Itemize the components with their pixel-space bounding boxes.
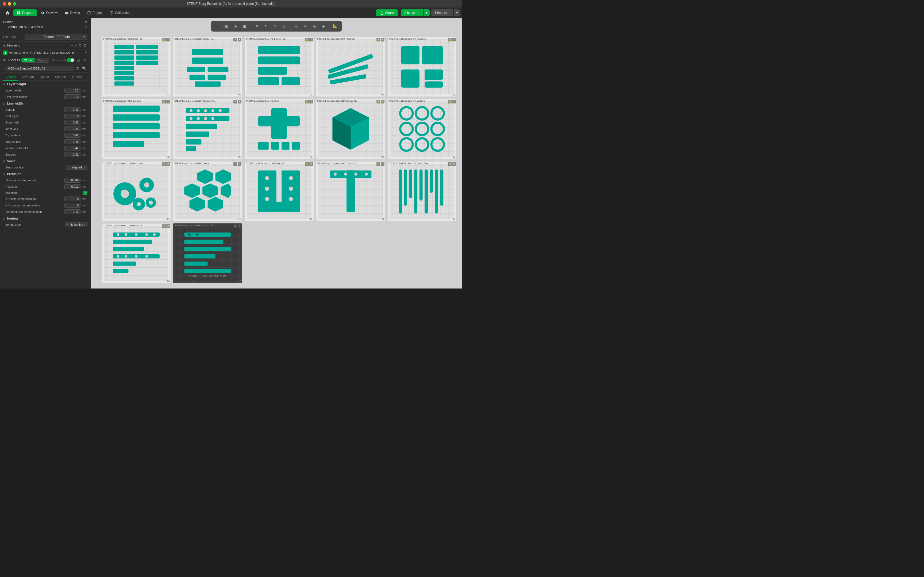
plate-09-label: STEMFIE.org Essentials (09) Storage Di..… (317, 100, 379, 102)
home-button[interactable] (2, 10, 13, 16)
lw-support-input[interactable] (64, 152, 80, 157)
maximize-button[interactable] (13, 2, 16, 6)
plate-16[interactable]: STEMFIE.org Essentials (16) Braces - Sl.… (101, 223, 171, 283)
settings-scroll[interactable]: ⊟ Layer height Layer height mm First lay… (0, 81, 91, 288)
prepare-tab[interactable]: Prepare (13, 10, 37, 16)
toolbar-layout-btn[interactable]: ▦ (241, 22, 249, 31)
xy-hole-input[interactable] (64, 197, 80, 201)
toolbar-seam-btn[interactable]: ◈ (319, 22, 328, 31)
ironing-type-label: Ironing type (5, 223, 64, 226)
plate-14-label: STEMFIE.org Essentials (14) T-shaped D..… (317, 162, 379, 164)
print-caret-button[interactable]: ▾ (454, 10, 460, 16)
plate-06[interactable]: STEMFIE.org Essentials (06) Fasteners 🔒 … (101, 99, 171, 159)
plate-02[interactable]: STEMFIE.org Essentials (02) Braces - A..… (173, 37, 242, 97)
toolbar-cube-btn[interactable]: ⬛ (213, 22, 222, 31)
toolbar-grid-btn[interactable]: ⊞ (222, 22, 231, 31)
titlebar: STEMFIE.org Essentials (All-in-one multi… (0, 0, 462, 8)
profile-search-button[interactable]: 🔍 (81, 66, 87, 71)
lw-outerwall-input[interactable] (64, 120, 80, 125)
ironing-type-select[interactable]: ~ No ironing ▾ (65, 222, 87, 227)
filament-remove-button[interactable]: − (74, 44, 77, 48)
lw-firstlayer-input[interactable] (64, 114, 80, 118)
lw-topsurface-label: Top surface (5, 134, 63, 137)
lw-internalsolid-input[interactable] (64, 146, 80, 150)
arc-fitting-checkbox[interactable] (83, 191, 87, 195)
lw-innerwall-input[interactable] (64, 126, 80, 131)
filament-template-button[interactable]: ⊡ (77, 44, 82, 48)
toolbar-cut-btn[interactable]: ✂ (301, 22, 310, 31)
plate-03[interactable]: STEMFIE.org Essentials (03) Braces - St.… (245, 37, 314, 97)
advanced-toggle[interactable] (67, 58, 74, 62)
layer-height-input[interactable] (64, 88, 80, 93)
plate-15[interactable]: STEMFIE.org Essentials (15) Spring Pins … (387, 161, 457, 221)
canvas-area[interactable]: ⬛ ⊞ A ▦ ✥ ↻ ⤡ ◇ ⊹ ✂ ⊘ ◈ 📐 STEMFIE.org Es… (91, 18, 462, 288)
plate-15-label: STEMFIE.org Essentials (15) Spring Pins (389, 162, 451, 164)
resolution-input[interactable] (64, 184, 80, 189)
toolbar-scale-btn[interactable]: ⤡ (271, 22, 279, 31)
tab-others[interactable]: Others (69, 74, 84, 81)
toolbar-select-btn[interactable]: ⊹ (292, 22, 301, 31)
plate-09[interactable]: STEMFIE.org Essentials (09) Storage Di..… (316, 99, 385, 159)
first-layer-height-input[interactable] (64, 94, 80, 99)
filament-settings-button[interactable]: ⚙ (82, 44, 87, 48)
profile-save-button[interactable]: ⊡ (76, 66, 80, 71)
tab-quality[interactable]: Quality (3, 74, 18, 81)
plate-17[interactable]: STEMFIE.org Essentials (17) Braces - Sl.… (173, 223, 242, 283)
print-button[interactable]: Print plate (431, 10, 453, 16)
svg-rect-3 (19, 13, 20, 14)
share-button[interactable]: Share (376, 10, 398, 16)
calibration-tab[interactable]: Calibration (106, 10, 134, 16)
close-button[interactable] (3, 2, 6, 6)
plate-05[interactable]: STEMFIE.org Essentials (05) Fasteners 🔒 … (387, 37, 457, 97)
project-tab[interactable]: Project (84, 10, 106, 16)
svg-point-132 (145, 255, 148, 258)
toolbar-auto-btn[interactable]: A (232, 22, 240, 31)
process-settings-button[interactable]: ⚙ (82, 58, 87, 62)
svg-rect-61 (186, 139, 201, 144)
svg-rect-113 (409, 169, 412, 198)
plate-04[interactable]: STEMFIE.org Essentials (04) Fasteners 🔒 … (316, 37, 385, 97)
elephant-foot-input[interactable] (64, 210, 80, 214)
lw-default-input[interactable] (64, 107, 80, 112)
plate-13[interactable]: STEMFIE.org Essentials (13) U-shaped B..… (245, 161, 314, 221)
process-tab-global[interactable]: Global (22, 58, 34, 62)
profile-select[interactable]: 0.20mm Standard @BBL A1 (6, 66, 74, 71)
toolbar-place-btn[interactable]: ◇ (280, 22, 288, 31)
minimize-button[interactable] (8, 2, 11, 6)
process-tab-objects[interactable]: Objects (34, 58, 49, 62)
printer-settings-icon[interactable]: ⚙ (84, 20, 87, 24)
plate-type-select[interactable]: ~ Textured PEI Plate ▾ (24, 34, 87, 40)
plate-01[interactable]: STEMFIE.org Essentials (01) Beams - Sl..… (101, 37, 171, 97)
printer-edit-icon[interactable]: ✎ (85, 25, 87, 29)
toolbar-rotate-btn[interactable]: ↻ (262, 22, 270, 31)
tab-speed[interactable]: Speed (37, 74, 52, 81)
xy-contour-input[interactable] (64, 203, 80, 208)
slice-gap-input[interactable] (64, 178, 80, 183)
process-save-button[interactable]: ⊡ (76, 58, 81, 62)
lw-topsurface-input[interactable] (64, 133, 80, 138)
lw-sparseinfill-input[interactable] (64, 139, 80, 144)
preview-tab[interactable]: Preview (37, 10, 61, 16)
toolbar-measure-btn[interactable]: 📐 (331, 22, 340, 31)
slice-button[interactable]: Slice plate (401, 10, 423, 16)
plate-11[interactable]: STEMFIE.org Essentials (11) Wheels and..… (101, 161, 171, 221)
tab-strength[interactable]: Strength (19, 74, 36, 81)
filament-edit-icon[interactable]: ✎ (85, 51, 87, 55)
plate-08[interactable]: STEMFIE.org Essentials (08) Tools 🔒 ✕ (245, 99, 314, 159)
plate-01-model (104, 41, 169, 93)
filament-add-button[interactable]: + (70, 44, 74, 48)
plate-07[interactable]: STEMFIE.org Essentials (07) Shafts & Th.… (173, 99, 242, 159)
slice-caret-button[interactable]: ▾ (423, 10, 430, 16)
plate-14[interactable]: STEMFIE.org Essentials (14) T-shaped D..… (316, 161, 385, 221)
process-title: Process (8, 58, 20, 62)
toolbar-move-btn[interactable]: ✥ (253, 22, 261, 31)
plate-12[interactable]: STEMFIE.org Essentials (12) Plates 🔒 ✕ (173, 161, 242, 221)
svg-rect-45 (113, 123, 159, 129)
plate-13-label: STEMFIE.org Essentials (13) U-shaped B..… (246, 162, 307, 164)
seam-position-select[interactable]: ~ Aligned ▾ (66, 165, 87, 170)
svg-rect-29 (258, 67, 287, 74)
device-tab[interactable]: Device (61, 10, 83, 16)
toolbar-support-btn[interactable]: ⊘ (310, 22, 319, 31)
plate-10[interactable]: STEMFIE.org Essentials (10) Washers 🔒 ✕ (387, 99, 457, 159)
tab-support[interactable]: Support (52, 74, 69, 81)
